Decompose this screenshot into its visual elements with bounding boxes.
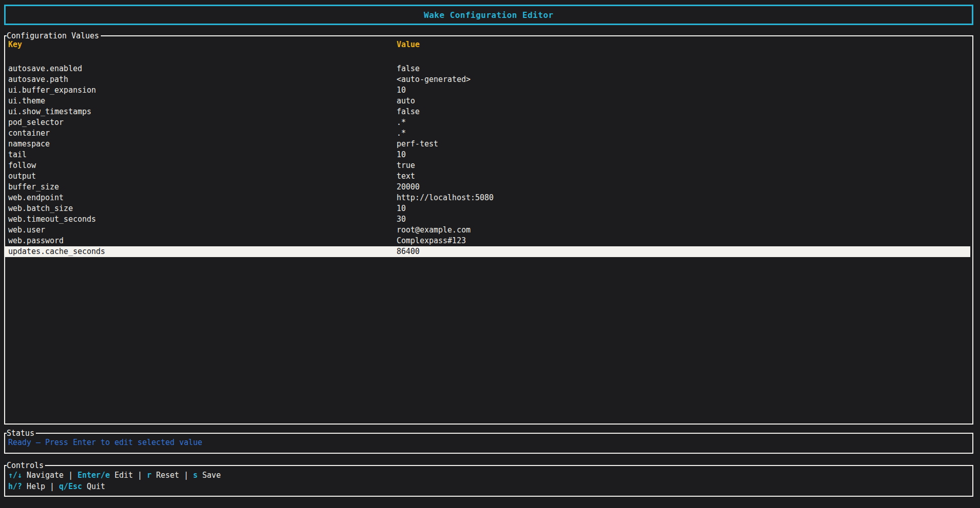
row-value: 20000 xyxy=(397,182,970,193)
row-value: 30 xyxy=(397,214,970,225)
table-row[interactable]: ui.show_timestampsfalse xyxy=(5,107,970,117)
row-key: pod_selector xyxy=(5,117,397,128)
table-row[interactable]: buffer_size20000 xyxy=(5,182,970,193)
controls-panel: Controls ↑/↓ Navigate | Enter/e Edit | r… xyxy=(4,465,973,497)
shortcut-keys: s xyxy=(193,471,198,480)
row-key: ui.theme xyxy=(5,96,397,107)
row-key: web.password xyxy=(5,236,397,246)
table-row[interactable]: autosave.path<auto-generated> xyxy=(5,74,970,85)
shortcut-label: Navigate xyxy=(22,471,63,480)
row-value: true xyxy=(397,160,970,171)
controls-line: h/? Help | q/Esc Quit xyxy=(8,481,972,492)
row-key: web.endpoint xyxy=(5,193,397,203)
shortcut-keys: q/Esc xyxy=(59,482,82,491)
config-rows: autosave.enabledfalseautosave.path<auto-… xyxy=(5,64,970,257)
row-value: text xyxy=(397,171,970,182)
table-row[interactable]: tail10 xyxy=(5,150,970,160)
table-row[interactable]: updates.cache_seconds86400 xyxy=(5,246,970,257)
row-key: namespace xyxy=(5,139,397,150)
table-row[interactable]: container.* xyxy=(5,128,970,139)
row-key: buffer_size xyxy=(5,182,397,193)
row-key: container xyxy=(5,128,397,139)
row-key: updates.cache_seconds xyxy=(5,246,397,257)
row-value: auto xyxy=(397,96,970,107)
table-row[interactable]: ui.buffer_expansion10 xyxy=(5,85,970,96)
shortcut-label: Edit xyxy=(110,471,133,480)
row-value: 86400 xyxy=(397,246,970,257)
table-row[interactable]: web.userroot@example.com xyxy=(5,225,970,236)
table-row[interactable]: web.passwordComplexpass#123 xyxy=(5,236,970,246)
controls-panel-title: Controls xyxy=(7,461,45,470)
row-key: web.batch_size xyxy=(5,203,397,214)
row-value: <auto-generated> xyxy=(397,74,970,85)
row-key: autosave.path xyxy=(5,74,397,85)
separator: | xyxy=(63,471,77,480)
status-message: Ready — Press Enter to edit selected val… xyxy=(5,434,972,449)
row-value: perf-test xyxy=(397,139,970,150)
app-title: Wake Configuration Editor xyxy=(424,10,553,20)
row-value: http://localhost:5080 xyxy=(397,193,970,203)
column-header-value: Value xyxy=(397,39,970,50)
table-row[interactable]: autosave.enabledfalse xyxy=(5,64,970,74)
app-window: Wake Configuration Editor Configuration … xyxy=(0,0,980,497)
row-key: tail xyxy=(5,150,397,160)
row-key: web.user xyxy=(5,225,397,236)
table-row[interactable]: pod_selector.* xyxy=(5,117,970,128)
shortcut-keys: ↑/↓ xyxy=(8,471,22,480)
config-panel-title: Configuration Values xyxy=(7,31,101,40)
row-value: root@example.com xyxy=(397,225,970,236)
config-panel: Configuration Values Key Value autosave.… xyxy=(4,35,973,425)
row-key: ui.buffer_expansion xyxy=(5,85,397,96)
config-table: Key Value autosave.enabledfalseautosave.… xyxy=(5,36,972,257)
controls-line: ↑/↓ Navigate | Enter/e Edit | r Reset | … xyxy=(8,470,972,481)
shortcut-keys: h/? xyxy=(8,482,22,491)
controls-lines: ↑/↓ Navigate | Enter/e Edit | r Reset | … xyxy=(5,466,972,492)
column-header-key: Key xyxy=(5,39,397,50)
row-key: ui.show_timestamps xyxy=(5,107,397,117)
status-panel-title: Status xyxy=(7,429,36,438)
row-value: false xyxy=(397,107,970,117)
header-spacer xyxy=(5,50,970,64)
table-row[interactable]: namespaceperf-test xyxy=(5,139,970,150)
table-row[interactable]: web.endpointhttp://localhost:5080 xyxy=(5,193,970,203)
shortcut-label: Reset xyxy=(151,471,179,480)
table-header: Key Value xyxy=(5,39,970,50)
row-key: web.timeout_seconds xyxy=(5,214,397,225)
table-row[interactable]: followtrue xyxy=(5,160,970,171)
shortcut-label: Save xyxy=(198,471,221,480)
row-key: autosave.enabled xyxy=(5,64,397,74)
table-row[interactable]: ui.themeauto xyxy=(5,96,970,107)
separator: | xyxy=(179,471,193,480)
table-row[interactable]: outputtext xyxy=(5,171,970,182)
title-bar: Wake Configuration Editor xyxy=(4,5,973,25)
shortcut-keys: r xyxy=(147,471,151,480)
row-value: false xyxy=(397,64,970,74)
shortcut-label: Help xyxy=(22,482,45,491)
row-value: 10 xyxy=(397,85,970,96)
shortcut-label: Quit xyxy=(82,482,105,491)
row-value: 10 xyxy=(397,150,970,160)
row-value: .* xyxy=(397,117,970,128)
row-key: output xyxy=(5,171,397,182)
separator: | xyxy=(45,482,59,491)
separator: | xyxy=(133,471,147,480)
table-row[interactable]: web.timeout_seconds30 xyxy=(5,214,970,225)
row-key: follow xyxy=(5,160,397,171)
row-value: .* xyxy=(397,128,970,139)
status-panel: Status Ready — Press Enter to edit selec… xyxy=(4,433,973,454)
row-value: 10 xyxy=(397,203,970,214)
shortcut-keys: Enter/e xyxy=(77,471,110,480)
row-value: Complexpass#123 xyxy=(397,236,970,246)
table-row[interactable]: web.batch_size10 xyxy=(5,203,970,214)
